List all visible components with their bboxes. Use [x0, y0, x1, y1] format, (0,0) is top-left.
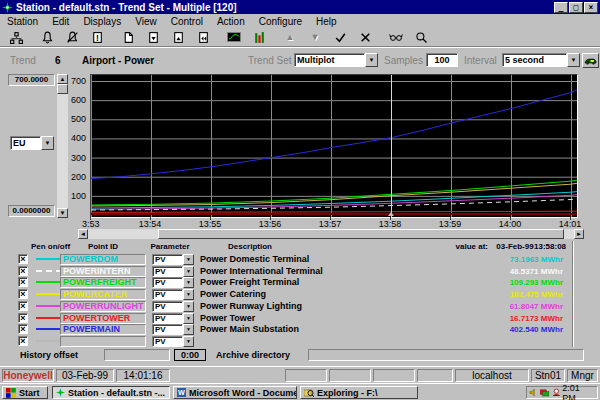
interval-dropdown[interactable]: 5 second ▼ [502, 53, 580, 67]
menu-item-station[interactable]: Station [0, 15, 45, 28]
menu-item-view[interactable]: View [128, 15, 164, 28]
samples-input[interactable]: 100 [426, 53, 458, 67]
page-down-button[interactable] [141, 29, 165, 45]
speaker-icon[interactable] [529, 388, 538, 397]
status-segment-empty [329, 369, 371, 382]
trend-set-dropdown[interactable]: Multiplot ▼ [294, 53, 378, 67]
restore-button[interactable]: □ [569, 2, 583, 13]
pen-onoff-checkbox[interactable]: × [18, 254, 28, 264]
raise-button[interactable]: ▲ [278, 29, 302, 45]
pen-point-id-field[interactable]: POWERINTERN [60, 266, 146, 277]
trend-set-label: Trend Set [248, 55, 292, 66]
pen-onoff-checkbox[interactable]: × [18, 289, 28, 299]
pen-point-id-field[interactable]: POWERMAIN [60, 324, 146, 335]
horizontal-scrollbar[interactable]: ◄ ► [78, 229, 584, 239]
taskbar-task-word[interactable]: W Microsoft Word - Document5 [173, 386, 297, 399]
close-button[interactable]: × [584, 2, 598, 13]
trend-chart[interactable] [91, 75, 577, 217]
station-network-button[interactable] [4, 29, 28, 45]
page-up-button[interactable] [166, 29, 190, 45]
find-icon [415, 31, 428, 44]
blank-page-button[interactable] [116, 29, 140, 45]
menu-item-edit[interactable]: Edit [45, 15, 76, 28]
page-back-button[interactable] [191, 29, 215, 45]
cards-icon[interactable] [540, 388, 550, 397]
message-page-button[interactable]: ! [85, 29, 109, 45]
operator-glasses-button[interactable] [384, 29, 408, 45]
chevron-down-icon[interactable]: ▼ [41, 136, 54, 150]
horizontal-scroll-thumb[interactable] [158, 229, 564, 239]
find-button[interactable] [409, 29, 433, 45]
taskbar-task-explorer[interactable]: Exploring - F:\ [300, 386, 418, 399]
chevron-down-icon[interactable]: ▼ [365, 53, 378, 67]
pen-parameter-dropdown[interactable]: PV ▼ [152, 277, 194, 288]
menu-item-action[interactable]: Action [210, 15, 252, 28]
pen-parameter-dropdown[interactable]: PV ▼ [152, 301, 194, 312]
menu-item-configure[interactable]: Configure [252, 15, 309, 28]
range-low-field[interactable]: 0.0000000 [8, 205, 55, 217]
taskbar: Start Station - default.stn -... W Micro… [0, 383, 600, 400]
status-date: 03-Feb-99 [56, 369, 114, 382]
chevron-down-icon[interactable]: ▼ [183, 301, 194, 312]
trend-number: 6 [55, 55, 61, 66]
agent-icon[interactable] [552, 388, 561, 397]
pen-onoff-checkbox[interactable]: × [18, 277, 28, 287]
y-tick-label: 700 [66, 76, 86, 86]
chevron-down-icon[interactable]: ▼ [183, 289, 194, 300]
group-display-button[interactable] [247, 29, 271, 45]
pen-parameter-dropdown[interactable]: PV ▼ [152, 266, 194, 277]
pen-point-id-field[interactable]: POWERDOM [60, 254, 146, 265]
scroll-down-icon[interactable]: ▼ [57, 208, 68, 218]
chevron-down-icon[interactable]: ▼ [183, 266, 194, 277]
scroll-left-icon[interactable]: ◄ [78, 229, 88, 239]
word-icon: W [177, 388, 186, 397]
chevron-down-icon[interactable]: ▼ [183, 254, 194, 265]
pen-point-id-field[interactable]: POWERCATER [60, 289, 146, 300]
pen-parameter-dropdown[interactable]: PV ▼ [152, 254, 194, 265]
start-button[interactable]: Start [2, 386, 48, 399]
chevron-down-icon[interactable]: ▼ [567, 53, 580, 67]
scroll-right-icon[interactable]: ► [574, 229, 584, 239]
pen-onoff-checkbox[interactable]: × [18, 266, 28, 276]
cancel-button[interactable] [353, 29, 377, 45]
pen-point-id-field[interactable] [60, 336, 146, 347]
chevron-down-icon[interactable]: ▼ [183, 336, 194, 347]
lower-button[interactable]: ▼ [303, 29, 327, 45]
archive-directory-field[interactable] [308, 349, 584, 361]
menu-item-control[interactable]: Control [164, 15, 210, 28]
trend-display-button[interactable] [222, 29, 246, 45]
trend-plot[interactable] [90, 74, 578, 218]
menu-item-displays[interactable]: Displays [76, 15, 128, 28]
chevron-down-icon[interactable]: ▼ [183, 277, 194, 288]
chevron-down-icon[interactable]: ▼ [183, 324, 194, 335]
station-network-icon [10, 31, 23, 44]
pen-onoff-checkbox[interactable]: × [18, 301, 28, 311]
pen-parameter-value: PV [152, 289, 183, 300]
pen-point-id-field[interactable]: POWERRUNLIGHT [60, 301, 146, 312]
alarm-bell-button[interactable] [35, 29, 59, 45]
pen-parameter-dropdown[interactable]: PV ▼ [152, 289, 194, 300]
pen-onoff-checkbox[interactable]: × [18, 336, 28, 346]
pen-onoff-checkbox[interactable]: × [18, 313, 28, 323]
minimize-button[interactable]: _ [554, 2, 568, 13]
pen-point-id-field[interactable]: POWERTOWER [60, 313, 146, 324]
history-offset-field[interactable] [104, 349, 170, 361]
pen-onoff-checkbox[interactable]: × [18, 324, 28, 334]
trend-tool-button[interactable] [582, 53, 599, 68]
eu-dropdown[interactable]: EU ▼ [10, 136, 54, 150]
pen-point-id-field[interactable]: POWERFREIGHT [60, 277, 146, 288]
accept-button[interactable] [328, 29, 352, 45]
menu-item-help[interactable]: Help [309, 15, 344, 28]
status-host: localhost [455, 369, 529, 382]
alarm-silence-button[interactable] [60, 29, 84, 45]
taskbar-task-station[interactable]: Station - default.stn -... [52, 386, 170, 399]
chevron-down-icon[interactable]: ▼ [183, 313, 194, 324]
pen-parameter-dropdown[interactable]: PV ▼ [152, 313, 194, 324]
page-back-icon [197, 31, 210, 44]
archive-directory-label: Archive directory [216, 350, 290, 360]
range-high-field[interactable]: 700.0000 [8, 74, 55, 86]
pen-parameter-dropdown[interactable]: PV ▼ [152, 324, 194, 335]
pen-parameter-dropdown[interactable]: PV ▼ [152, 336, 194, 347]
x-tick-label: 13:54 [139, 219, 162, 229]
message-page-icon: ! [91, 31, 104, 44]
